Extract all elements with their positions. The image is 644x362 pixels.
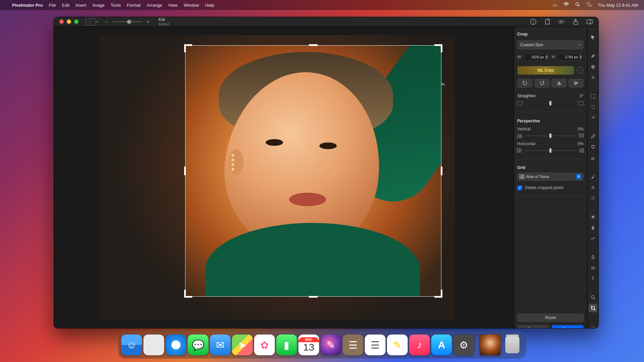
delete-cropped-pixels-checkbox[interactable]: ✓ — [517, 185, 522, 190]
select-stepper-icon — [576, 174, 581, 179]
shape-tool[interactable] — [589, 263, 597, 272]
sidebar-toggle-button[interactable] — [86, 18, 95, 25]
battery-icon[interactable]: ▭ — [553, 2, 557, 8]
sidebar-toggle-chevron-icon[interactable]: ▾ — [97, 20, 98, 23]
menu-arrange[interactable]: Arrange — [147, 3, 162, 8]
ml-crop-remove-button[interactable]: − — [577, 67, 584, 74]
menu-edit[interactable]: Edit — [62, 3, 69, 8]
menu-image[interactable]: Image — [93, 3, 105, 8]
control-center-icon[interactable] — [586, 2, 592, 8]
dock-facetime[interactable]: ▮ — [276, 335, 297, 355]
dock-safari[interactable]: ✦ — [166, 335, 186, 355]
dock-mail[interactable]: ✉ — [210, 335, 231, 355]
quick-selection-tool[interactable] — [589, 113, 597, 122]
flip-horizontal-button[interactable] — [551, 79, 567, 87]
marquee-selection-tool[interactable] — [589, 92, 597, 101]
dock-appstore[interactable]: A — [431, 335, 452, 355]
svg-point-21 — [592, 66, 594, 69]
menu-view[interactable]: View — [168, 3, 178, 8]
delete-cropped-pixels-label: Delete cropped pixels — [525, 185, 564, 190]
dock-pixelmator[interactable]: ✎ — [321, 335, 341, 355]
canvas[interactable] — [54, 27, 514, 328]
fill-tool[interactable] — [589, 143, 597, 152]
crop-tool[interactable] — [589, 304, 597, 312]
svg-text:T: T — [591, 276, 594, 281]
rotate-right-button[interactable] — [534, 79, 549, 87]
crop-preset-select[interactable]: Custom Size ▾ — [517, 41, 584, 49]
menu-file[interactable]: File — [49, 3, 56, 8]
dock-photos[interactable]: ✿ — [254, 335, 275, 355]
app-name[interactable]: Pixelmator Pro — [12, 3, 43, 8]
svg-marker-18 — [574, 83, 578, 84]
document-name: Kai — [159, 17, 169, 22]
wifi-icon[interactable] — [563, 2, 569, 8]
width-input[interactable]: 1826 px — [524, 53, 550, 61]
zoom-out-button[interactable]: − — [104, 19, 109, 25]
menu-window[interactable]: Window — [184, 3, 199, 8]
dock-contacts[interactable]: ☰ — [343, 335, 364, 355]
menu-tools[interactable]: Tools — [111, 3, 121, 8]
color-picker-tool[interactable] — [589, 172, 597, 181]
height-input[interactable]: 1794 px — [558, 53, 584, 61]
menu-format[interactable]: Format — [127, 3, 141, 8]
smudge-tool[interactable] — [589, 223, 597, 232]
apply-button[interactable]: Apply — [552, 325, 584, 328]
clone-tool[interactable] — [589, 194, 597, 202]
dock-reminders[interactable]: ☰ — [365, 335, 386, 355]
dock-messages[interactable]: 💬 — [188, 335, 209, 355]
rotate-left-button[interactable] — [517, 79, 532, 87]
arrange-tool[interactable] — [589, 33, 597, 42]
minimize-window-button[interactable] — [67, 19, 71, 24]
effects-icon[interactable]: ▾ — [558, 18, 565, 25]
image-content — [185, 45, 441, 297]
dock-trash[interactable] — [502, 335, 523, 355]
dock-music[interactable]: ♪ — [409, 335, 430, 355]
free-selection-tool[interactable] — [589, 103, 597, 111]
pen-tool[interactable] — [589, 253, 597, 261]
grid-overlay-value: Rule of Thirds — [526, 175, 549, 179]
info-icon[interactable]: i — [530, 18, 537, 25]
width-stepper[interactable] — [545, 55, 549, 59]
lighten-tool[interactable] — [589, 213, 597, 221]
style-tool[interactable] — [589, 52, 597, 60]
reset-button[interactable]: Reset — [517, 314, 584, 322]
flip-vertical-button[interactable] — [569, 79, 584, 87]
dock-settings[interactable]: ⚙ — [453, 335, 474, 355]
dock-maps[interactable]: ➤ — [232, 335, 253, 355]
spotlight-icon[interactable] — [575, 2, 580, 8]
fullscreen-window-button[interactable] — [74, 19, 78, 24]
dock-calendar[interactable]: MAY13 — [299, 335, 319, 355]
cancel-button[interactable]: Cancel — [517, 325, 549, 328]
dock-notes[interactable]: ✎ — [387, 335, 408, 355]
erase-tool[interactable] — [589, 154, 597, 162]
close-window-button[interactable] — [59, 19, 64, 24]
zoom-in-button[interactable]: + — [146, 19, 151, 25]
effects-tool[interactable] — [589, 73, 597, 82]
share-icon[interactable] — [572, 18, 579, 25]
dock-finder[interactable]: ☺ — [121, 335, 142, 355]
new-document-icon[interactable] — [544, 18, 551, 25]
menubar-clock[interactable]: Thu May 13 9:41 AM — [598, 3, 638, 8]
more-tools-icon[interactable] — [589, 322, 597, 328]
vertical-perspective-slider[interactable] — [525, 133, 576, 138]
grid-overlay-select[interactable]: Rule of Thirds — [517, 173, 584, 181]
menu-insert[interactable]: Insert — [75, 3, 87, 8]
ml-crop-button[interactable]: ML Crop — [517, 66, 574, 75]
warp-tool[interactable] — [589, 234, 597, 243]
straighten-slider[interactable] — [525, 101, 576, 106]
horizontal-perspective-slider[interactable] — [525, 148, 576, 153]
repair-tool[interactable] — [589, 183, 597, 192]
height-stepper[interactable] — [579, 55, 583, 59]
straighten-value: 0° — [580, 94, 584, 98]
dock-recent-document[interactable] — [480, 335, 501, 355]
inspector-toggle-icon[interactable] — [586, 18, 593, 25]
menu-help[interactable]: Help — [205, 3, 214, 8]
paint-tool[interactable] — [589, 132, 597, 141]
zoom-tool[interactable] — [589, 293, 597, 302]
crop-preset-value: Custom Size — [520, 43, 543, 47]
dock-launchpad[interactable] — [144, 335, 164, 355]
color-adjustments-tool[interactable] — [589, 62, 597, 71]
window-traffic-lights — [59, 19, 78, 24]
zoom-slider[interactable] — [112, 21, 143, 22]
type-tool[interactable]: T — [589, 274, 597, 283]
